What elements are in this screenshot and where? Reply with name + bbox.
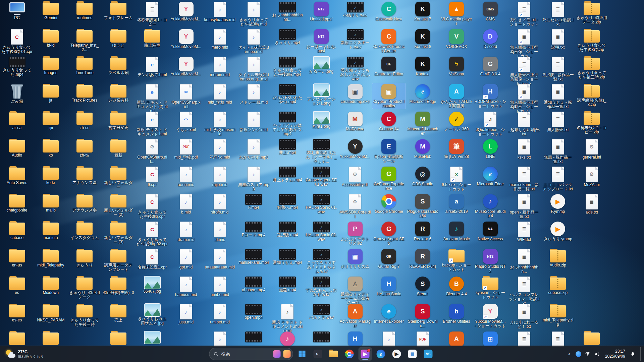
desktop-icon[interactable]: ≣無人販売.txt: [541, 111, 575, 133]
desktop-icon[interactable]: bBrother Utilities: [440, 303, 473, 324]
desktop-icon[interactable]: KKontakt 8: [406, 28, 439, 50]
desktop-icon[interactable]: 筆筆まめ Ver.28: [440, 138, 473, 160]
desktop-icon[interactable]: ♪rajio.mid: [203, 166, 236, 188]
desktop-icon[interactable]: RREAPER (x64): [406, 248, 439, 269]
desktop-icon[interactable]: インスタグラム: [68, 221, 101, 241]
desktop-icon[interactable]: ⚙MoZA.ini: [575, 166, 608, 188]
desktop-icon[interactable]: ⚙general.ini: [575, 138, 608, 160]
desktop-icon[interactable]: NT2Untitled.ppsf: [305, 1, 338, 22]
desktop-icon[interactable]: ♪バストラ.wav: [305, 303, 338, 320]
desktop-icon[interactable]: ♪HALion Sonic 02.wav: [305, 221, 338, 242]
desktop-icon[interactable]: ▣createdump.exe: [338, 83, 372, 105]
desktop-icon[interactable]: ≣akis.txt: [575, 193, 608, 215]
desktop-icon[interactable]: ≣おっhhhhhhhhhh...: [507, 248, 541, 275]
desktop-icon[interactable]: NKSC_PARAM: [34, 303, 67, 323]
desktop-icon[interactable]: ♪ずんだもん_しおかぜ.wav: [305, 276, 338, 297]
clipchamp-app[interactable]: ▶: [359, 347, 372, 361]
chrome-app[interactable]: [343, 347, 356, 361]
desktop-icon[interactable]: 新しいフォルダー (3): [102, 221, 135, 245]
desktop-icon[interactable]: Images: [34, 56, 67, 76]
desktop-icon[interactable]: ♪td.mid: [203, 221, 236, 243]
desktop-icon[interactable]: ♪小銭まり.wav: [338, 1, 372, 18]
desktop-icon[interactable]: cubase: [0, 221, 34, 241]
desktop-icon[interactable]: [34, 330, 67, 346]
desktop-icon[interactable]: ≣_起動しない場合.txt: [507, 111, 541, 137]
desktop-icon[interactable]: ♪Amazon Music: [440, 221, 473, 242]
desktop-icon[interactable]: [237, 330, 270, 344]
desktop-icon[interactable]: ⚙AWSSDK.Core.dll: [338, 193, 372, 220]
desktop-icon[interactable]: en-us: [0, 248, 34, 268]
desktop-icon[interactable]: BBlender 4.4: [440, 276, 473, 297]
desktop-icon[interactable]: CCubase 14: [372, 111, 406, 132]
desktop-icon[interactable]: ≣無題 - 親作品一覧.txt: [541, 138, 575, 165]
desktop-icon[interactable]: 調声用データテンプレート: [102, 248, 135, 273]
desktop-icon[interactable]: ja: [34, 83, 67, 103]
desktop-icon[interactable]: ϟVoiSona: [440, 56, 473, 77]
desktop-icon[interactable]: ♪: [271, 330, 304, 348]
desktop-icon[interactable]: きゅうりおカユ用サムネ.jpg: [136, 303, 169, 326]
desktop-icon[interactable]: ≣選択肢 - 親作品一覧.txt: [541, 56, 575, 82]
taskbar-weather-widget[interactable]: 27°C 晴れ時々くもり: [3, 348, 47, 360]
desktop-icon[interactable]: ≣WIFI.txt: [507, 221, 541, 243]
desktop-icon[interactable]: TimeTune: [68, 56, 101, 76]
desktop-icon[interactable]: かるーい.png: [305, 56, 338, 74]
desktop-icon[interactable]: Cきゅうり食ってた午後3時.cpr: [136, 193, 169, 220]
desktop-icon[interactable]: だれたFXいれたやつ.mp4: [271, 83, 304, 105]
desktop-icon[interactable]: <>くらい.xml: [169, 111, 203, 133]
desktop-icon[interactable]: ♙孤独なインディーゲーム開発者の一生...: [338, 276, 372, 306]
desktop-icon[interactable]: eInternet Explorer: [372, 303, 406, 324]
desktop-icon[interactable]: ▣Crypton Product Installer: [372, 83, 406, 109]
desktop-icon[interactable]: ♪Groove Agent SE 01.wav: [305, 166, 338, 187]
desktop-icon[interactable]: ⚙Accessibility.dll: [338, 166, 372, 188]
desktop-icon[interactable]: Aかんたん！AITalk 3 関西風: [440, 83, 473, 109]
desktop-icon[interactable]: ≣open - 親作品一覧.txt: [507, 193, 541, 220]
desktop-icon[interactable]: ♪b.mid: [169, 193, 203, 215]
file-explorer[interactable]: [327, 347, 340, 361]
desktop-icon[interactable]: レジ袋有料: [102, 83, 135, 103]
desktop-icon[interactable]: AActivation Manager: [338, 303, 372, 329]
desktop-icon[interactable]: H↗HDDFMT.exe - ショートカット: [474, 83, 507, 109]
desktop-icon[interactable]: zh-tw: [68, 138, 101, 158]
desktop-icon[interactable]: zh-cn: [68, 111, 101, 131]
desktop-icon[interactable]: PC: [0, 1, 34, 21]
desktop-icon[interactable]: MMuseHub: [406, 138, 439, 160]
desktop-icon[interactable]: RReaktor 6: [406, 221, 439, 242]
desktop-icon[interactable]: NT2Piapro Studio NT2: [474, 248, 507, 274]
desktop-icon[interactable]: ラベル印刷: [102, 56, 135, 76]
desktop-icon[interactable]: ♪uaaaaaaaaa.mid: [203, 248, 236, 270]
desktop-icon[interactable]: [0, 330, 34, 346]
desktop-icon[interactable]: 羽我へ.mp4: [271, 193, 304, 210]
desktop-icon[interactable]: VVOICEVOX: [440, 28, 473, 50]
desktop-icon[interactable]: ⚙OpenCvSharp.dll...: [136, 138, 169, 165]
desktop-icon[interactable]: ✓ノートン 360: [440, 111, 473, 132]
desktop-icon[interactable]: ≣名称未設定1 - コピー: [136, 1, 169, 27]
edge-app[interactable]: e: [374, 347, 388, 361]
desktop-icon[interactable]: ♪mid_学校.mid: [203, 83, 236, 105]
desktop-icon[interactable]: Fコード.mp4: [237, 221, 270, 238]
desktop-icon[interactable]: ≣説明.txt: [541, 28, 575, 50]
desktop-icon[interactable]: Audio: [0, 138, 34, 158]
desktop-icon[interactable]: [575, 330, 608, 346]
desktop-icon[interactable]: フォトフレーム: [102, 1, 135, 21]
desktop-icon[interactable]: アナウンス夏: [68, 166, 101, 186]
desktop-icon[interactable]: 路上駐車: [136, 28, 169, 48]
desktop-icon[interactable]: ≣ヘルスコンプレッション＿歌詞.txt: [507, 276, 541, 306]
desktop-icon[interactable]: YYukkuriMovieM...: [169, 28, 203, 50]
desktop-icon[interactable]: 新しいフォルダー (2): [102, 193, 135, 218]
desktop-icon[interactable]: きゅうり食ってた午後三時: [68, 303, 101, 327]
desktop-icon[interactable]: KKontakt 7: [406, 1, 439, 22]
hidden-icons-chevron-icon[interactable]: ∧: [567, 351, 572, 358]
taskbar-search[interactable]: 検索: [209, 348, 293, 360]
desktop-icon[interactable]: 営業日変更: [102, 111, 135, 131]
desktop-icon[interactable]: YYukkuriMovieM...: [169, 1, 203, 22]
desktop-icon[interactable]: ごみ箱: [0, 83, 34, 104]
desktop-icon[interactable]: open.mp4: [237, 303, 270, 320]
desktop-icon[interactable]: 名称未設定1 - コピー.zip: [575, 111, 608, 135]
desktop-icon[interactable]: ♪mid_学校.musemid: [203, 111, 236, 137]
taskbar-clock[interactable]: 23:17 2025/09/09: [604, 348, 627, 360]
desktop-icon[interactable]: EEpson 接続診断ツール: [372, 138, 406, 164]
desktop-icon[interactable]: ♪jusu.mid: [169, 303, 203, 325]
show-desktop-button[interactable]: [640, 347, 642, 361]
desktop-icon[interactable]: ♪こってぬｈｄずあｆｄｓｂらぶぁ.wav: [305, 248, 338, 274]
desktop-icon[interactable]: ♪dram.mid: [169, 221, 203, 243]
